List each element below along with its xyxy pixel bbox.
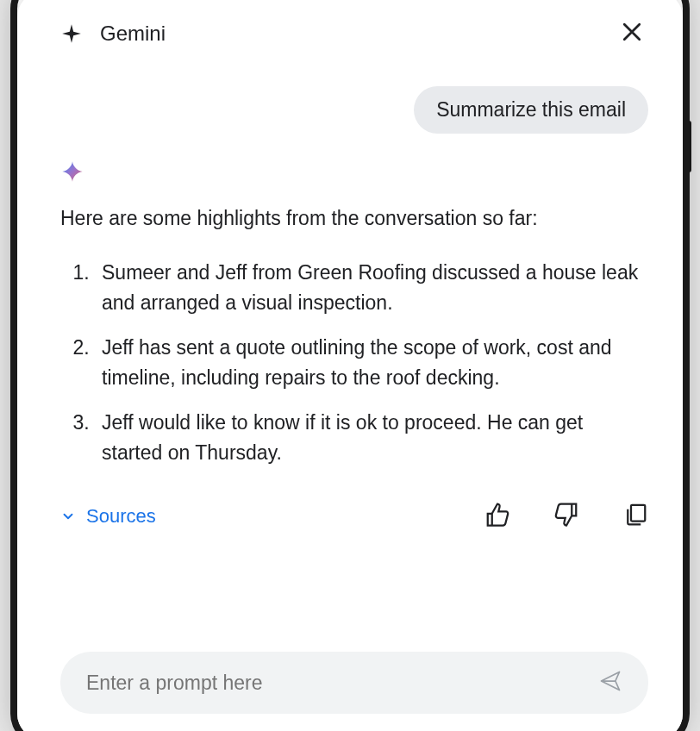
send-icon: [598, 669, 622, 693]
close-button[interactable]: [616, 16, 648, 52]
gemini-icon: [60, 22, 83, 45]
prompt-input-bar[interactable]: [60, 652, 648, 714]
sources-button[interactable]: Sources: [60, 505, 156, 528]
prompt-input[interactable]: [86, 672, 598, 695]
chevron-down-icon: [60, 509, 76, 524]
gemini-sparkle-icon: [60, 159, 648, 187]
list-item: Jeff would like to know if it is ok to p…: [95, 408, 648, 467]
thumbs-up-button[interactable]: [484, 502, 510, 531]
send-button[interactable]: [598, 669, 622, 697]
list-item: Jeff has sent a quote outlining the scop…: [95, 333, 648, 392]
sheet-header: Gemini: [17, 0, 683, 69]
response-intro: Here are some highlights from the conver…: [60, 204, 648, 232]
list-item: Sumeer and Jeff from Green Roofing discu…: [95, 258, 648, 317]
app-title: Gemini: [100, 22, 166, 46]
thumbs-down-icon: [553, 502, 579, 528]
thumbs-down-button[interactable]: [553, 502, 579, 531]
highlights-list: Sumeer and Jeff from Green Roofing discu…: [60, 258, 648, 467]
copy-icon: [622, 502, 648, 528]
sources-label: Sources: [86, 505, 156, 528]
svg-rect-0: [631, 505, 645, 522]
user-message: Summarize this email: [60, 86, 648, 134]
copy-button[interactable]: [622, 502, 648, 531]
user-bubble: Summarize this email: [414, 86, 648, 134]
thumbs-up-icon: [484, 502, 510, 528]
close-icon: [619, 19, 645, 45]
